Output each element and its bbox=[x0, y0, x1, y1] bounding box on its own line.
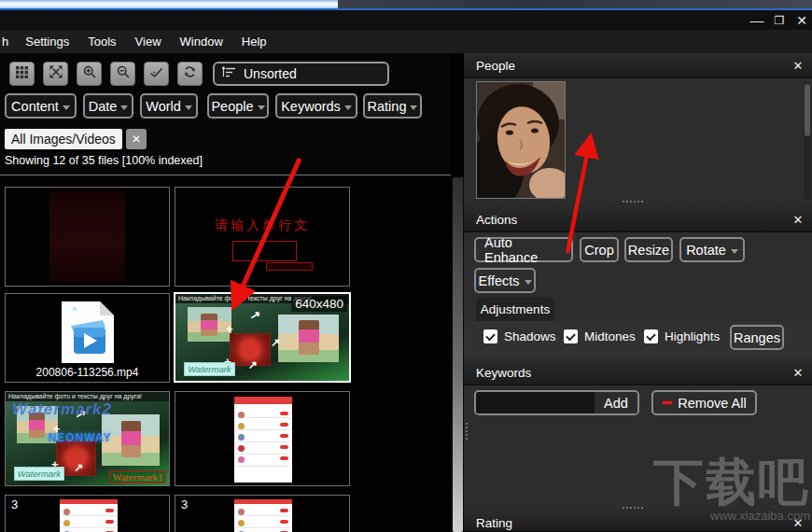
people-panel-scrollbar[interactable] bbox=[804, 82, 811, 200]
zoom-in-button[interactable] bbox=[77, 62, 102, 86]
remove-all-keywords-button[interactable]: Remove All bbox=[651, 390, 757, 415]
thumbnail-grid: 请输入单行文 200806-113256.mp4 Накладывайте фо… bbox=[0, 175, 451, 532]
brand-label: NEONWAY bbox=[49, 431, 112, 444]
filter-people-button[interactable]: People bbox=[207, 93, 269, 119]
shadows-label: Shadows bbox=[504, 329, 556, 343]
crop-button[interactable]: Crop bbox=[580, 237, 619, 262]
actions-panel-title: Actions bbox=[476, 213, 517, 227]
video-filename: 200806-113256.mp4 bbox=[6, 366, 169, 379]
add-keyword-button[interactable]: Add bbox=[595, 392, 637, 413]
actions-panel-header: Actions ✕ bbox=[464, 207, 812, 232]
chinese-caption: 请输入单行文 bbox=[175, 217, 349, 234]
close-button[interactable]: ✕ bbox=[790, 10, 812, 30]
auto-enhance-button[interactable]: Auto Enhance bbox=[474, 237, 573, 262]
menu-item-settings[interactable]: Settings bbox=[16, 30, 78, 53]
thumbnail-dark-image[interactable] bbox=[5, 187, 170, 287]
keywords-panel-header: Keywords ✕ bbox=[464, 360, 812, 385]
keywords-panel-title: Keywords bbox=[476, 366, 531, 380]
phone-list-rows bbox=[62, 507, 116, 532]
sort-dropdown[interactable]: Unsorted bbox=[213, 62, 389, 86]
shadows-checkbox[interactable] bbox=[483, 329, 497, 343]
resize-button[interactable]: Resize bbox=[624, 237, 673, 262]
arrow-glyph: ↗ bbox=[271, 336, 280, 349]
keywords-resize-handle[interactable] bbox=[623, 507, 643, 509]
close-actions-panel-button[interactable]: ✕ bbox=[788, 207, 808, 231]
menu-item-help[interactable]: Help bbox=[232, 30, 276, 53]
refresh-button[interactable] bbox=[177, 62, 203, 86]
watermark-label: Watermark bbox=[14, 467, 64, 481]
check-icon bbox=[149, 65, 163, 82]
active-filter-tag[interactable]: All Images/Videos bbox=[5, 129, 122, 149]
people-scrollbar-thumb[interactable] bbox=[805, 84, 810, 136]
thumbnail-collage-selected[interactable]: Накладывайте фото и тексты друг на друга… bbox=[174, 292, 351, 383]
desktop-wallpaper-strip bbox=[338, 0, 812, 10]
fullscreen-button[interactable] bbox=[43, 62, 68, 86]
grid-scrollbar-thumb[interactable] bbox=[453, 177, 463, 532]
keyword-input-combo: Add bbox=[474, 390, 639, 415]
zoom-out-button[interactable] bbox=[110, 62, 135, 86]
effects-dropdown-button[interactable]: Effects bbox=[474, 268, 536, 293]
collage-image-content: Накладывайте фото и тексты друг на друга… bbox=[6, 392, 169, 485]
minimize-button[interactable]: — bbox=[745, 10, 769, 30]
highlights-checkbox[interactable] bbox=[644, 329, 658, 343]
resize-label: Resize bbox=[628, 243, 669, 258]
arrow-glyph: ↗ bbox=[75, 461, 84, 474]
thumbnail-chinese-text-image[interactable]: 请输入单行文 bbox=[175, 187, 350, 287]
thumbnail-stack[interactable]: 3 bbox=[175, 495, 350, 532]
thumbnail-collage-watermarked[interactable]: Накладывайте фото и тексты друг на друга… bbox=[5, 391, 170, 486]
title-bar: — ❐ ✕ bbox=[0, 10, 812, 30]
chevron-down-icon bbox=[344, 105, 352, 110]
adjustments-tab[interactable]: Adjustments bbox=[476, 297, 554, 321]
menu-item-tools[interactable]: Tools bbox=[78, 30, 125, 53]
menu-item-clipped[interactable]: h bbox=[0, 30, 16, 53]
midtones-checkbox-group[interactable]: Midtones bbox=[564, 329, 636, 343]
menu-item-window[interactable]: Window bbox=[171, 30, 232, 53]
ranges-button[interactable]: Ranges bbox=[730, 325, 784, 350]
thumbnail-video-file[interactable]: 200806-113256.mp4 bbox=[5, 293, 170, 383]
auto-enhance-label: Auto Enhance bbox=[484, 235, 563, 265]
filter-keywords-label: Keywords bbox=[281, 99, 341, 114]
close-people-panel-button[interactable]: ✕ bbox=[788, 53, 808, 77]
maximize-button[interactable]: ❐ bbox=[767, 10, 791, 30]
thumbnail-app-screenshot[interactable] bbox=[175, 391, 350, 486]
close-keywords-panel-button[interactable]: ✕ bbox=[788, 360, 808, 385]
zoom-in-icon bbox=[83, 65, 96, 82]
filter-keywords-button[interactable]: Keywords bbox=[275, 93, 357, 119]
shadows-checkbox-group[interactable]: Shadows bbox=[483, 329, 556, 343]
remove-filter-button[interactable]: ✕ bbox=[126, 129, 147, 149]
people-panel-title: People bbox=[476, 59, 515, 73]
refresh-icon bbox=[183, 65, 197, 82]
grid-scrollbar[interactable] bbox=[452, 177, 464, 532]
filter-world-label: World bbox=[146, 99, 181, 114]
filter-date-button[interactable]: Date bbox=[83, 93, 133, 119]
chevron-down-icon bbox=[185, 105, 192, 110]
person-face-thumbnail[interactable] bbox=[476, 81, 566, 199]
zoom-out-icon bbox=[117, 65, 130, 82]
thumbnail-stack[interactable]: 3 bbox=[5, 495, 170, 532]
highlights-label: Highlights bbox=[665, 329, 720, 343]
dark-red-image-content bbox=[49, 191, 125, 282]
rotate-dropdown-button[interactable]: Rotate bbox=[679, 237, 745, 262]
chevron-down-icon bbox=[258, 105, 265, 110]
chevron-down-icon bbox=[63, 105, 70, 110]
sort-icon bbox=[222, 66, 236, 81]
rotate-label: Rotate bbox=[686, 243, 726, 258]
arrow-glyph: ↗ bbox=[248, 358, 258, 371]
select-button[interactable] bbox=[144, 62, 169, 86]
status-text: Showing 12 of 35 files [100% indexed] bbox=[5, 154, 203, 167]
grid-view-button[interactable] bbox=[9, 62, 35, 86]
panel-splitter-handle[interactable] bbox=[466, 423, 468, 440]
filter-people-label: People bbox=[211, 99, 253, 114]
sort-dropdown-label: Unsorted bbox=[244, 66, 297, 81]
filter-world-button[interactable]: World bbox=[140, 93, 198, 119]
keyword-input[interactable] bbox=[476, 392, 595, 413]
filter-content-button[interactable]: Content bbox=[5, 93, 77, 119]
highlights-checkbox-group[interactable]: Highlights bbox=[644, 329, 720, 343]
close-rating-panel-button[interactable]: ✕ bbox=[788, 514, 808, 532]
effects-label: Effects bbox=[478, 273, 519, 288]
menu-item-view[interactable]: View bbox=[126, 30, 171, 53]
filter-rating-button[interactable]: Rating bbox=[363, 93, 422, 119]
photo-manager-window: — ❐ ✕ h Settings Tools View Window Help bbox=[0, 0, 812, 532]
midtones-checkbox[interactable] bbox=[564, 329, 578, 343]
people-resize-handle[interactable] bbox=[623, 201, 643, 203]
